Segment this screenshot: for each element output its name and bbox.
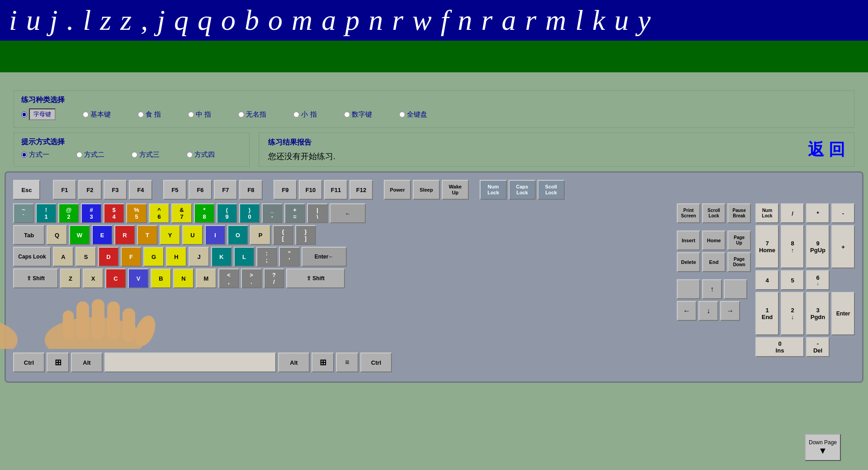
key-k[interactable]: K — [211, 247, 232, 267]
key-tab[interactable]: Tab — [13, 225, 45, 245]
key-b[interactable]: B — [151, 268, 171, 288]
key-numpad-2[interactable]: 2↓ — [781, 292, 804, 335]
key-capslock-ind[interactable]: CapsLock — [509, 180, 536, 200]
key-5[interactable]: %5 — [126, 203, 147, 223]
key-lbracket[interactable]: {[ — [273, 225, 293, 245]
key-w[interactable]: W — [69, 225, 90, 245]
key-tilde[interactable]: ~` — [13, 203, 34, 223]
key-backspace[interactable]: ← — [330, 203, 366, 223]
radio-zhongzhi[interactable]: 中 指 — [188, 110, 211, 119]
key-c[interactable]: C — [105, 268, 126, 288]
key-f11[interactable]: F11 — [324, 180, 348, 200]
key-y[interactable]: Y — [160, 225, 180, 245]
key-power[interactable]: Power — [384, 180, 411, 200]
key-f4[interactable]: F4 — [129, 180, 152, 200]
key-win-right[interactable]: ⊞ — [311, 352, 334, 372]
key-numpad-9[interactable]: 9PgUp — [806, 225, 830, 268]
key-arrow-up[interactable]: ↑ — [702, 279, 722, 299]
radio-zimuijian[interactable]: 字母键 — [21, 108, 56, 120]
key-3[interactable]: #3 — [81, 203, 102, 223]
typing-input[interactable] — [0, 41, 868, 72]
key-f8[interactable]: F8 — [239, 180, 263, 200]
key-enter[interactable]: Enter← — [302, 247, 347, 267]
key-l[interactable]: L — [234, 247, 255, 267]
key-wake[interactable]: WakeUp — [442, 180, 469, 200]
key-arrow-down[interactable]: ↓ — [698, 301, 718, 321]
radio-fangshi3[interactable]: 方式三 — [132, 150, 160, 159]
key-slash[interactable]: ?/ — [264, 268, 284, 288]
key-plus[interactable]: += — [284, 203, 305, 223]
radio-xiaozhi[interactable]: 小 指 — [293, 110, 316, 119]
key-f12[interactable]: F12 — [349, 180, 373, 200]
key-d[interactable]: D — [98, 247, 119, 267]
key-capslock[interactable]: Caps Look — [13, 247, 51, 267]
key-4[interactable]: $4 — [104, 203, 124, 223]
key-numpad-asterisk[interactable]: * — [806, 203, 830, 223]
key-numpad-numlock[interactable]: NumLock — [755, 203, 779, 223]
key-j[interactable]: J — [189, 247, 209, 267]
key-home[interactable]: Home — [702, 230, 726, 250]
key-space[interactable] — [104, 352, 276, 372]
key-comma[interactable]: <, — [218, 268, 239, 288]
key-g[interactable]: G — [143, 247, 164, 267]
key-u[interactable]: U — [182, 225, 203, 245]
key-arrow-left[interactable]: ← — [677, 301, 697, 321]
key-numlock-ind[interactable]: NumLock — [480, 180, 507, 200]
radio-fangshi4[interactable]: 方式四 — [187, 150, 215, 159]
key-pause-break[interactable]: PauseBreak — [727, 203, 751, 223]
key-f6[interactable]: F6 — [189, 180, 212, 200]
key-z[interactable]: Z — [60, 268, 81, 288]
key-shift-left[interactable]: ⇧ Shift — [13, 268, 58, 288]
key-esc[interactable]: Esc — [13, 180, 40, 200]
key-arrow-right[interactable]: → — [720, 301, 740, 321]
key-numpad-0[interactable]: 0Ins — [755, 337, 804, 357]
key-6[interactable]: ^6 — [149, 203, 170, 223]
key-quote[interactable]: "' — [279, 247, 300, 267]
key-o[interactable]: O — [227, 225, 248, 245]
radio-jibenjian[interactable]: 基本键 — [83, 110, 111, 119]
key-a[interactable]: A — [53, 247, 74, 267]
key-f3[interactable]: F3 — [104, 180, 127, 200]
key-i[interactable]: I — [205, 225, 226, 245]
key-f1[interactable]: F1 — [53, 180, 76, 200]
key-numpad-4[interactable]: 4 — [755, 270, 779, 290]
key-page-down[interactable]: PageDown — [727, 252, 751, 272]
key-f9[interactable]: F9 — [274, 180, 297, 200]
key-1[interactable]: !1 — [36, 203, 57, 223]
key-delete[interactable]: Delete — [677, 252, 700, 272]
radio-fangshi1[interactable]: 方式一 — [21, 150, 49, 159]
key-v[interactable]: V — [128, 268, 149, 288]
key-f[interactable]: F — [121, 247, 142, 267]
key-shift-right[interactable]: ⇧ Shift — [286, 268, 345, 288]
key-p[interactable]: P — [250, 225, 271, 245]
key-r[interactable]: R — [114, 225, 135, 245]
key-f5[interactable]: F5 — [163, 180, 187, 200]
key-numpad-del[interactable]: -Del — [806, 337, 830, 357]
radio-quanjianpan[interactable]: 全键盘 — [399, 110, 427, 119]
key-h[interactable]: H — [166, 247, 187, 267]
key-ctrl-right[interactable]: Ctrl — [360, 352, 392, 372]
key-m[interactable]: M — [196, 268, 217, 288]
key-page-up[interactable]: PageUp — [727, 230, 751, 250]
key-alt-left[interactable]: Alt — [71, 352, 103, 372]
key-n[interactable]: N — [173, 268, 194, 288]
key-ctrl-left[interactable]: Ctrl — [13, 352, 45, 372]
key-f7[interactable]: F7 — [214, 180, 237, 200]
key-scrollock-ind[interactable]: ScollLock — [538, 180, 565, 200]
key-numpad-1[interactable]: 1End — [755, 292, 779, 335]
key-s[interactable]: S — [75, 247, 96, 267]
key-f2[interactable]: F2 — [78, 180, 102, 200]
key-9[interactable]: (9 — [217, 203, 237, 223]
key-menu[interactable]: ≡ — [336, 352, 359, 372]
key-f10[interactable]: F10 — [299, 180, 322, 200]
key-0[interactable]: )0 — [239, 203, 260, 223]
radio-shizhi[interactable]: 食 指 — [138, 110, 161, 119]
key-semicolon[interactable]: :; — [256, 247, 277, 267]
key-period[interactable]: >. — [241, 268, 262, 288]
key-7[interactable]: &7 — [171, 203, 192, 223]
key-alt-right[interactable]: Alt — [278, 352, 310, 372]
key-numpad-5[interactable]: 5 — [781, 270, 804, 290]
key-end[interactable]: End — [702, 252, 726, 272]
key-numpad-8[interactable]: 8↑ — [781, 225, 804, 268]
key-numpad-plus[interactable]: + — [831, 225, 855, 268]
